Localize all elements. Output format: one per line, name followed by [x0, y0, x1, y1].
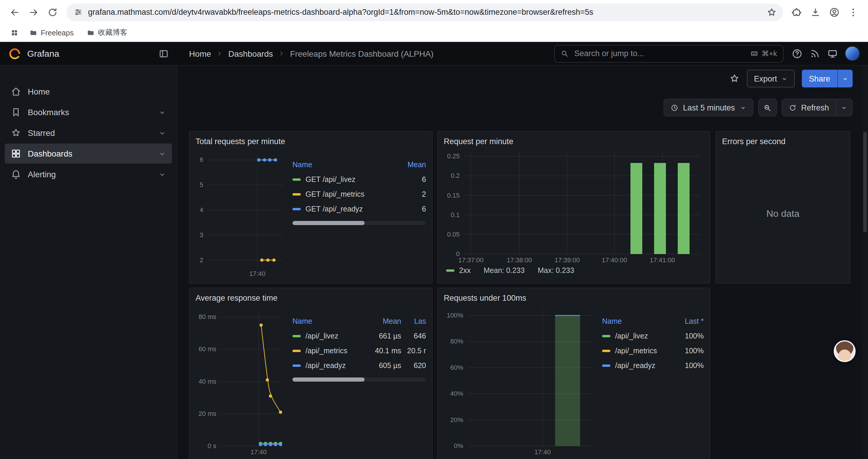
series-name[interactable]: /api/_livez	[615, 332, 648, 340]
favorite-dashboard-button[interactable]	[729, 73, 740, 84]
export-button[interactable]: Export	[747, 70, 795, 88]
series-value: 2	[388, 190, 426, 198]
scrollbar-thumb[interactable]	[863, 132, 867, 232]
legend-row[interactable]: /api/_livez100%	[602, 328, 704, 343]
refresh-button[interactable]: Refresh	[781, 99, 836, 117]
panel-title[interactable]: Request per minute	[444, 135, 704, 149]
browser-menu-button[interactable]	[844, 3, 862, 21]
legend-row[interactable]: /api/_readyz605 µs620	[292, 358, 426, 373]
series-name[interactable]: GET /api/_metrics	[306, 190, 365, 198]
time-range-picker[interactable]: Last 5 minutes	[663, 99, 753, 117]
site-settings-icon[interactable]	[74, 8, 82, 16]
address-bar[interactable]: grafana.mathmast.com/d/deytv4rwavabkb/fr…	[66, 3, 783, 21]
legend-col-name[interactable]: Name	[292, 317, 365, 325]
floating-assistant-avatar[interactable]	[834, 340, 856, 362]
legend-col-stat[interactable]: Mean	[388, 160, 426, 169]
search-shortcut: ⌘+k	[750, 49, 777, 58]
chevron-down-icon[interactable]	[158, 150, 166, 157]
legend-row[interactable]: GET /api/_livez6	[292, 172, 426, 187]
legend-col-stat[interactable]: Las	[401, 317, 426, 325]
bar-chart[interactable]: 00.050.10.150.20.2517:37:0017:38:0017:39…	[444, 149, 704, 265]
help-button[interactable]	[792, 48, 802, 59]
timeseries-chart[interactable]: 2345617:40	[195, 149, 286, 278]
time-controls: Last 5 minutes Refresh	[177, 92, 868, 117]
forward-button[interactable]	[25, 3, 42, 21]
panel-title[interactable]: Average response time	[195, 291, 426, 305]
bookmark-page-button[interactable]	[764, 4, 779, 20]
display-button[interactable]	[827, 48, 838, 59]
series-name[interactable]: GET /api/_livez	[306, 175, 355, 184]
sidebar-item-starred[interactable]: Starred	[5, 123, 172, 143]
news-button[interactable]	[809, 48, 820, 59]
sidebar-item-label: Dashboards	[28, 149, 72, 158]
legend-hscrollbar[interactable]	[292, 378, 426, 382]
series-name[interactable]: 2xx	[459, 266, 471, 275]
series-name[interactable]: /api/_livez	[306, 332, 338, 340]
series-name[interactable]: /api/_readyz	[615, 361, 655, 369]
search-input[interactable]	[573, 48, 746, 59]
panel-title[interactable]: Requests under 100ms	[444, 291, 704, 305]
sidebar-item-bookmarks[interactable]: Bookmarks	[5, 102, 172, 122]
svg-text:17:40:00: 17:40:00	[602, 256, 627, 264]
legend-hscrollbar[interactable]	[292, 221, 426, 225]
legend-row[interactable]: /api/_metrics100%	[602, 343, 704, 358]
scrollbar-thumb[interactable]	[292, 378, 365, 382]
panel-title[interactable]: Errors per second	[722, 135, 844, 149]
share-button[interactable]: Share	[802, 70, 837, 88]
panel-title[interactable]: Total requests per minute	[195, 135, 426, 149]
series-name[interactable]: GET /api/_readyz	[306, 205, 363, 213]
breadcrumb-home[interactable]: Home	[189, 49, 211, 58]
zoom-out-time-button[interactable]	[758, 99, 777, 117]
legend-col-stat[interactable]: Mean	[365, 317, 401, 325]
home-icon	[11, 86, 21, 97]
series-name[interactable]: /api/_readyz	[306, 361, 346, 369]
legend-row[interactable]: /api/_metrics40.1 ms20.5 r	[292, 343, 426, 358]
apps-grid-icon	[11, 148, 21, 159]
series-max: Max: 0.233	[538, 266, 574, 275]
chevron-down-icon[interactable]	[158, 129, 166, 137]
downloads-button[interactable]	[807, 3, 824, 21]
svg-text:17:38:00: 17:38:00	[507, 256, 532, 264]
vertical-scrollbar[interactable]	[862, 66, 868, 459]
bookmark-folder-freeleaps[interactable]: Freeleaps	[25, 27, 78, 39]
chevron-down-icon	[842, 75, 848, 82]
bar-chart[interactable]: 0%20%40%60%80%100%17:40	[444, 305, 596, 457]
sidebar-item-alerting[interactable]: Alerting	[5, 164, 172, 184]
sidebar-toggle-button[interactable]	[158, 48, 169, 59]
scrollbar-thumb[interactable]	[292, 221, 365, 225]
legend-row[interactable]: /api/_readyz100%	[602, 358, 704, 373]
grafana-logo-icon[interactable]	[8, 47, 21, 60]
breadcrumb: Home Dashboards Freeleaps Metrics Dashbo…	[177, 49, 433, 58]
forward-arrow-icon	[28, 7, 39, 18]
legend-col-name[interactable]: Name	[602, 317, 670, 325]
share-button-label: Share	[809, 74, 830, 83]
back-button[interactable]	[6, 3, 24, 21]
apps-shortcut-button[interactable]	[7, 26, 21, 40]
breadcrumb-dashboards[interactable]: Dashboards	[228, 49, 273, 58]
url-text[interactable]: grafana.mathmast.com/d/deytv4rwavabkb/fr…	[88, 8, 758, 17]
refresh-interval-button[interactable]	[836, 99, 852, 117]
legend-row[interactable]: GET /api/_readyz6	[292, 201, 426, 216]
chevron-down-icon[interactable]	[158, 108, 166, 116]
timeseries-chart[interactable]: 0 s20 ms40 ms60 ms80 ms17:40	[195, 305, 286, 457]
legend-row[interactable]: /api/_livez661 µs646	[292, 328, 426, 343]
legend-col-stat[interactable]: Last *	[670, 317, 704, 325]
legend-row[interactable]: GET /api/_metrics2	[292, 187, 426, 201]
legend-col-name[interactable]: Name	[292, 160, 388, 169]
search-box[interactable]: ⌘+k	[554, 44, 783, 62]
svg-text:0.15: 0.15	[447, 192, 460, 199]
series-name[interactable]: /api/_metrics	[306, 347, 347, 355]
extensions-button[interactable]	[788, 3, 805, 21]
sidebar-item-dashboards[interactable]: Dashboards	[5, 143, 172, 164]
chevron-down-icon	[740, 104, 746, 111]
sidebar-item-home[interactable]: Home	[5, 81, 172, 102]
chevron-down-icon[interactable]	[158, 170, 166, 178]
browser-profile-button[interactable]	[826, 3, 843, 21]
bookmark-folder-blogs[interactable]: 收藏博客	[82, 26, 132, 40]
series-name[interactable]: /api/_metrics	[615, 347, 657, 355]
share-menu-button[interactable]	[837, 70, 852, 88]
series-color-dash	[446, 269, 454, 272]
time-range-label: Last 5 minutes	[683, 103, 735, 112]
user-avatar[interactable]	[845, 46, 860, 61]
reload-button[interactable]	[44, 3, 61, 21]
